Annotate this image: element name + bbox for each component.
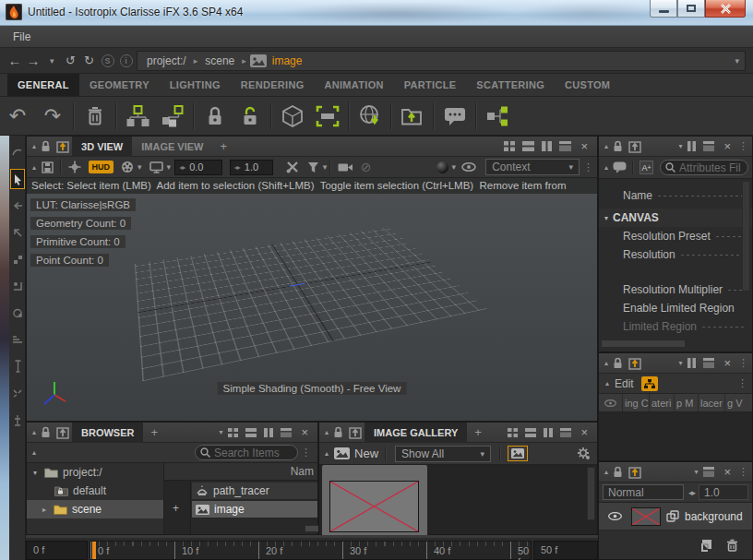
tools-icon[interactable] — [286, 161, 300, 173]
add-gallery-tab-button[interactable]: + — [474, 425, 482, 439]
save-view-icon[interactable] — [42, 161, 54, 173]
filter-dropdown-icon[interactable]: ▾ — [323, 162, 328, 172]
panel-menu-dropdown-icon[interactable]: ▾ — [678, 142, 682, 150]
viewport-toolbar-collapse-icon[interactable]: ▴ — [32, 163, 36, 172]
layer-texture-swatch[interactable] — [631, 507, 661, 526]
panel-export-icon[interactable] — [628, 357, 641, 370]
undo-button[interactable]: ↶ — [0, 101, 35, 132]
panel-collapse-icon[interactable]: ▴ — [32, 142, 36, 150]
close-panel-icon[interactable]: × — [723, 356, 731, 370]
tree-item-default[interactable]: default — [27, 482, 163, 500]
filter-icon[interactable] — [307, 161, 319, 173]
panel-menu-dropdown-icon[interactable]: ▾ — [678, 359, 682, 367]
menu-file[interactable]: File — [13, 30, 30, 43]
display-mode-dropdown-icon[interactable]: ▾ — [167, 162, 172, 172]
nav-back-button[interactable]: ← — [6, 53, 24, 68]
gallery-collapse-icon[interactable]: ▴ — [325, 449, 329, 458]
attribute-row-name[interactable]: Name — [599, 186, 752, 205]
panel-collapse-icon[interactable]: ▴ — [604, 359, 608, 367]
edit-collapse-icon[interactable]: ▴ — [605, 379, 609, 387]
layout-grid-icon[interactable] — [504, 141, 515, 151]
layout-stacked-icon[interactable] — [281, 428, 292, 437]
corner-arrow-tool-icon[interactable] — [10, 222, 25, 243]
export-context-button[interactable] — [395, 101, 430, 132]
layout-columns-icon[interactable] — [264, 428, 273, 437]
comment-bubble-icon[interactable] — [613, 161, 627, 173]
breadcrumb-scene[interactable]: scene — [205, 54, 234, 67]
close-button[interactable] — [705, 0, 746, 18]
shading-dropdown-icon[interactable]: ▾ — [452, 162, 457, 172]
filter-collapse-icon[interactable]: ▴ — [604, 163, 608, 172]
delete-button[interactable] — [78, 101, 113, 132]
create-context-button[interactable] — [120, 101, 155, 132]
panel-menu-icon[interactable]: ⋮ — [738, 357, 748, 369]
context-dropdown[interactable]: Context ▾ — [485, 159, 580, 175]
add-view-tab-button[interactable]: + — [220, 139, 227, 153]
close-panel-icon[interactable]: × — [723, 139, 731, 153]
list-item-image[interactable]: image — [192, 501, 317, 518]
vertical-scrollbar[interactable] — [742, 181, 750, 292]
panel-lock-icon[interactable] — [41, 140, 51, 152]
tree-item-scene[interactable]: ▸ scene — [27, 500, 163, 518]
add-browser-tab-button[interactable]: + — [150, 425, 158, 439]
blend-mode-dropdown[interactable]: Normal — [603, 484, 684, 500]
disabled-overlay-icon[interactable]: ⊘ — [361, 160, 372, 174]
attribute-row-resolution-preset[interactable]: Resolution Preset — [599, 227, 752, 245]
edit-menu-icon[interactable]: ⋮ — [737, 377, 747, 389]
layout-columns-icon[interactable] — [542, 141, 552, 151]
tab-scattering[interactable]: SCATTERING — [466, 74, 555, 96]
tab-3d-view[interactable]: 3D VIEW — [72, 137, 132, 157]
translate-tool-icon[interactable] — [10, 276, 25, 296]
vertical-scrollbar[interactable] — [587, 467, 595, 520]
timeline-playhead[interactable] — [92, 542, 96, 559]
render-mode-dropdown-icon[interactable]: ▾ — [137, 162, 142, 172]
image-thumbnail-card[interactable] — [322, 465, 427, 535]
rotate-tool-icon[interactable] — [10, 303, 25, 323]
panel-lock-icon[interactable] — [333, 426, 343, 438]
timeline-end-frame[interactable]: 50 f — [533, 541, 598, 560]
panel-menu-dropdown-icon[interactable]: ▾ — [694, 468, 698, 476]
layout-stacked-icon[interactable] — [560, 428, 571, 437]
snap-tool-icon[interactable] — [10, 383, 25, 403]
nav-forward-button[interactable]: → — [24, 53, 42, 68]
tab-general[interactable]: GENERAL — [7, 74, 79, 96]
node-graph-button[interactable] — [480, 101, 515, 132]
show-images-toggle-button[interactable] — [508, 446, 528, 461]
panel-menu-dropdown-icon[interactable]: ▾ — [219, 428, 222, 436]
move-left-tool-icon[interactable] — [10, 196, 25, 216]
create-reference-button[interactable] — [155, 101, 190, 132]
camera-icon[interactable] — [338, 162, 353, 173]
unlock-button[interactable] — [233, 101, 268, 132]
tab-custom[interactable]: CUSTOM — [555, 74, 620, 96]
shading-ball-icon[interactable] — [436, 161, 448, 173]
tab-image-view[interactable]: IMAGE VIEW — [132, 137, 212, 156]
maximize-button[interactable] — [677, 0, 705, 18]
tree-expand-icon[interactable]: ▸ — [40, 506, 49, 514]
panel-export-icon[interactable] — [56, 140, 69, 153]
transform-tool-icon[interactable] — [10, 249, 25, 269]
column-header[interactable]: p M — [674, 394, 698, 411]
import-external-button[interactable] — [353, 101, 388, 132]
hud-toggle-button[interactable]: HUD — [89, 161, 114, 173]
timeline-start-frame[interactable]: 0 f — [26, 541, 88, 560]
expand-item-plus[interactable]: + — [173, 502, 179, 515]
panel-lock-icon[interactable] — [613, 140, 623, 152]
column-header[interactable]: ing C — [622, 394, 649, 411]
layout-stacked-icon[interactable] — [703, 358, 714, 368]
panel-menu-icon[interactable]: ⋮ — [738, 466, 748, 478]
browser-search-box[interactable] — [195, 445, 298, 460]
panel-collapse-icon[interactable]: ▴ — [604, 142, 608, 150]
layout-columns-icon[interactable] — [544, 428, 553, 437]
minimize-button[interactable] — [650, 0, 677, 18]
nav-in-icon[interactable]: ↺ — [62, 54, 80, 67]
breadcrumb-current-image[interactable]: image — [272, 54, 303, 67]
panel-lock-icon[interactable] — [613, 357, 623, 369]
tab-lighting[interactable]: LIGHTING — [160, 74, 231, 96]
render-mode-icon[interactable] — [121, 161, 134, 173]
spinner-handle-icon[interactable]: ◂▸ — [234, 163, 240, 172]
panel-collapse-icon[interactable]: ▴ — [32, 428, 36, 436]
opacity-field[interactable]: 1.0 — [699, 484, 748, 500]
horizontal-scrollbar[interactable] — [601, 340, 686, 348]
view-value-field-1[interactable]: ◂▸ 0.0 — [174, 160, 222, 175]
attributes-filter-input[interactable] — [679, 161, 743, 174]
